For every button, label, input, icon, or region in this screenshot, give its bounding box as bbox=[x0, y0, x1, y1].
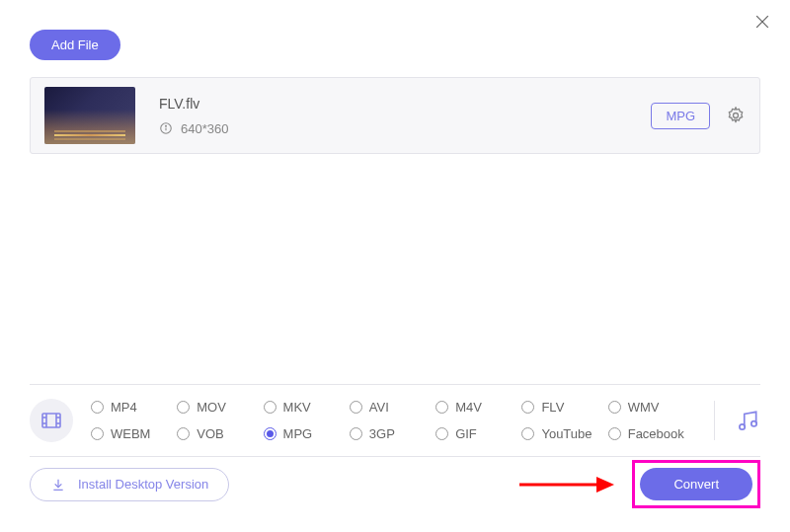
format-radio-label: VOB bbox=[197, 426, 223, 441]
format-radio-youtube[interactable]: YouTube bbox=[521, 426, 607, 441]
format-radio-label: MP4 bbox=[111, 400, 137, 415]
add-file-button[interactable]: Add File bbox=[30, 30, 120, 60]
format-radio-mp4[interactable]: MP4 bbox=[91, 400, 177, 415]
download-icon bbox=[50, 477, 66, 493]
format-radio-label: YouTube bbox=[541, 426, 592, 441]
format-radio-mpg[interactable]: MPG bbox=[264, 426, 350, 441]
format-radio-label: Facebook bbox=[628, 426, 684, 441]
format-radio-label: WMV bbox=[628, 400, 660, 415]
output-format-badge[interactable]: MPG bbox=[651, 103, 710, 129]
panel-divider bbox=[714, 401, 715, 440]
close-icon[interactable] bbox=[752, 12, 772, 32]
radio-icon bbox=[608, 401, 621, 414]
bottom-bar: Install Desktop Version Convert bbox=[30, 460, 760, 508]
format-radio-facebook[interactable]: Facebook bbox=[608, 426, 694, 441]
radio-icon bbox=[177, 427, 190, 440]
svg-rect-6 bbox=[42, 414, 60, 427]
file-metadata: FLV.flv 640*360 bbox=[159, 96, 651, 136]
radio-icon bbox=[435, 427, 448, 440]
format-radio-label: MPG bbox=[283, 426, 313, 441]
svg-point-4 bbox=[166, 125, 167, 126]
format-radio-3gp[interactable]: 3GP bbox=[350, 426, 435, 441]
music-icon[interactable] bbox=[735, 408, 760, 433]
radio-icon bbox=[435, 401, 448, 414]
install-desktop-label: Install Desktop Version bbox=[78, 477, 208, 492]
format-radio-webm[interactable]: WEBM bbox=[91, 426, 177, 441]
convert-button[interactable]: Convert bbox=[640, 468, 752, 500]
radio-icon bbox=[91, 401, 104, 414]
format-radio-label: MKV bbox=[283, 400, 311, 415]
svg-marker-16 bbox=[596, 477, 614, 493]
video-type-icon[interactable] bbox=[30, 399, 73, 442]
info-icon[interactable] bbox=[159, 121, 173, 135]
radio-icon bbox=[91, 427, 104, 440]
install-desktop-button[interactable]: Install Desktop Version bbox=[30, 468, 229, 501]
format-radio-label: AVI bbox=[369, 400, 389, 415]
format-radio-m4v[interactable]: M4V bbox=[435, 400, 521, 415]
format-radio-wmv[interactable]: WMV bbox=[608, 400, 694, 415]
svg-point-5 bbox=[734, 114, 739, 118]
format-radio-flv[interactable]: FLV bbox=[521, 400, 607, 415]
svg-point-14 bbox=[751, 421, 756, 426]
svg-point-13 bbox=[740, 424, 745, 429]
format-radio-label: WEBM bbox=[111, 426, 150, 441]
file-dimensions: 640*360 bbox=[181, 121, 228, 136]
format-radio-label: GIF bbox=[455, 426, 477, 441]
radio-icon bbox=[264, 401, 276, 414]
format-radio-label: 3GP bbox=[369, 426, 395, 441]
format-radio-mkv[interactable]: MKV bbox=[264, 400, 350, 415]
format-radio-vob[interactable]: VOB bbox=[177, 426, 263, 441]
format-radio-gif[interactable]: GIF bbox=[435, 426, 521, 441]
radio-icon bbox=[264, 427, 276, 440]
convert-highlight-box: Convert bbox=[632, 460, 760, 508]
format-selection-panel: MP4MOVMKVAVIM4VFLVWMVWEBMVOBMPG3GPGIFYou… bbox=[30, 384, 760, 457]
radio-icon bbox=[521, 401, 534, 414]
arrow-annotation bbox=[515, 471, 614, 498]
radio-icon bbox=[350, 401, 362, 414]
format-radio-label: FLV bbox=[541, 400, 564, 415]
format-radio-label: MOV bbox=[197, 400, 226, 415]
file-row: FLV.flv 640*360 MPG bbox=[30, 77, 760, 154]
format-radio-mov[interactable]: MOV bbox=[177, 400, 263, 415]
file-thumbnail[interactable] bbox=[44, 87, 135, 144]
radio-icon bbox=[177, 401, 190, 414]
file-name-label: FLV.flv bbox=[159, 96, 651, 112]
radio-icon bbox=[521, 427, 534, 440]
radio-icon bbox=[608, 427, 621, 440]
gear-icon[interactable] bbox=[726, 106, 746, 125]
format-radio-avi[interactable]: AVI bbox=[350, 400, 435, 415]
radio-icon bbox=[350, 427, 362, 440]
format-radio-label: M4V bbox=[455, 400, 482, 415]
